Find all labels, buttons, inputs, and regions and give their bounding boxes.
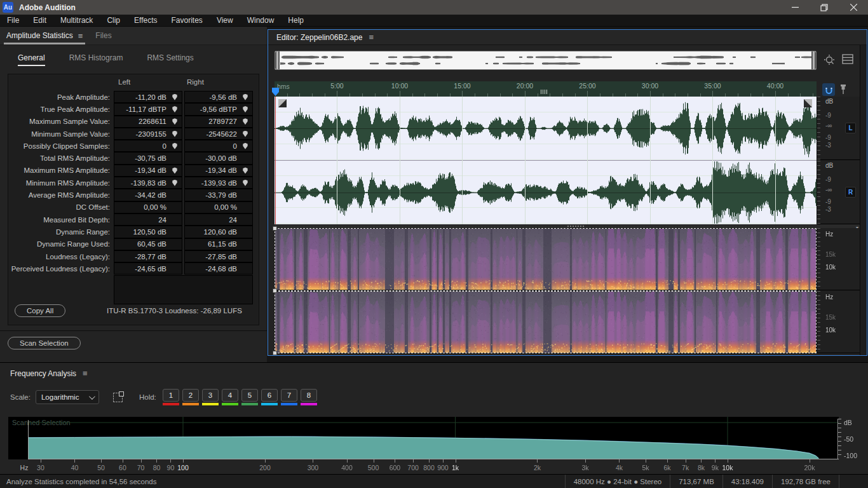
statistics-group-box: Left Right Peak Amplitude:-11,20 dB-9,56…: [8, 74, 259, 325]
stat-value: 120,60 dB: [204, 228, 237, 236]
fade-handle-right-icon[interactable]: [804, 99, 812, 107]
hold-button-7[interactable]: 7: [281, 389, 297, 405]
spectrogram-right-channel[interactable]: [275, 292, 816, 353]
frequency-ruler-section: Hz15k10k: [817, 291, 860, 353]
axis-label: 8k: [698, 464, 705, 471]
menu-help[interactable]: Help: [281, 15, 311, 26]
editor-menu-icon[interactable]: ≡: [369, 32, 374, 42]
playhead-marker[interactable]: [272, 88, 279, 96]
marker-pin-icon[interactable]: [839, 84, 847, 97]
channel-badge-l[interactable]: L: [845, 123, 856, 133]
splitter-grip-icon[interactable]: [567, 226, 584, 227]
stat-value-cell: -30,75 dB: [114, 152, 182, 164]
waveform-right-channel[interactable]: [275, 161, 817, 224]
menu-clip[interactable]: Clip: [100, 15, 127, 26]
stat-value: 0: [233, 142, 237, 150]
spectral-display[interactable]: [275, 228, 817, 353]
tab-general[interactable]: General: [18, 53, 45, 66]
stat-value-cell: 2789727: [184, 116, 253, 128]
ruler-label: -3: [825, 142, 831, 149]
location-pin-icon[interactable]: [172, 143, 177, 149]
axis-tick: [374, 459, 374, 463]
menu-favorites[interactable]: Favorites: [165, 15, 210, 26]
timeline-markers[interactable]: [541, 90, 547, 94]
chevron-down-icon: [89, 393, 95, 400]
location-pin-icon[interactable]: [172, 118, 177, 125]
menu-effects[interactable]: Effects: [127, 15, 164, 26]
frequency-panel-menu-icon[interactable]: ≡: [83, 369, 88, 378]
table-row: Loudness (Legacy):-28,77 dB-27,85 dB: [8, 250, 259, 262]
axis-label: 1k: [452, 464, 459, 471]
selection-handle[interactable]: [273, 226, 277, 231]
fade-handle-left-icon[interactable]: [278, 99, 287, 107]
overview-navigator[interactable]: [275, 51, 817, 70]
hold-button-3[interactable]: 3: [202, 389, 219, 405]
restore-button[interactable]: [810, 0, 839, 15]
overview-handle-left[interactable]: [275, 51, 280, 69]
minimize-button[interactable]: [780, 0, 810, 15]
location-pin-icon[interactable]: [243, 106, 248, 112]
table-row: Maximum Sample Value:22686112789727: [8, 116, 259, 128]
stat-value-cell: -24,68 dB: [184, 262, 253, 274]
menu-multitrack[interactable]: Multitrack: [53, 15, 100, 26]
channel-badge-r[interactable]: R: [845, 187, 856, 198]
menu-view[interactable]: View: [210, 15, 240, 26]
location-pin-icon[interactable]: [243, 131, 248, 137]
location-pin-icon[interactable]: [172, 167, 177, 173]
copy-all-button[interactable]: Copy All: [15, 304, 65, 317]
hold-button-2[interactable]: 2: [182, 389, 199, 405]
hold-button-8[interactable]: 8: [301, 389, 317, 405]
timeline-ruler[interactable]: hms 5:0010:0015:0020:0025:0030:0035:0040…: [275, 81, 817, 97]
editor-scrollbar[interactable]: [860, 45, 867, 355]
stat-label: Minimum Sample Value:: [8, 128, 110, 140]
track-list-icon[interactable]: [842, 54, 853, 66]
location-pin-icon[interactable]: [172, 94, 177, 100]
hold-button-4[interactable]: 4: [222, 389, 238, 405]
zoom-navigator-icon[interactable]: [824, 54, 836, 69]
close-button[interactable]: [839, 0, 868, 15]
hold-button-number: 2: [182, 389, 199, 402]
window-title: Adobe Audition: [19, 3, 76, 12]
menu-file[interactable]: File: [0, 15, 26, 26]
hold-button-1[interactable]: 1: [163, 389, 179, 405]
copy-graph-icon[interactable]: [113, 393, 123, 402]
axis-tick: [443, 459, 444, 463]
location-pin-icon[interactable]: [243, 180, 248, 186]
ruler-tick: [337, 91, 337, 97]
scale-dropdown[interactable]: Logarithmic: [36, 390, 99, 404]
selection-handle[interactable]: [273, 351, 277, 355]
timeline-label: 40:00: [767, 82, 783, 90]
menu-window[interactable]: Window: [240, 15, 281, 26]
panel-tab-files[interactable]: Files: [89, 27, 118, 44]
location-pin-icon[interactable]: [243, 94, 248, 100]
tab-rms-histogram[interactable]: RMS Histogram: [69, 53, 123, 66]
hold-button-5[interactable]: 5: [241, 389, 258, 405]
ruler-label: Hz: [825, 231, 833, 238]
hold-color-bar: [241, 403, 258, 405]
stat-value: 0,00 %: [144, 203, 166, 211]
table-row: Possibly Clipped Samples:00: [8, 140, 259, 152]
tab-rms-settings[interactable]: RMS Settings: [147, 53, 193, 66]
location-pin-icon[interactable]: [243, 167, 248, 173]
location-pin-icon[interactable]: [172, 180, 177, 186]
ruler-label: -9: [825, 198, 831, 205]
axis-tick: [183, 459, 184, 463]
waveform-left-channel[interactable]: [275, 97, 817, 159]
location-pin-icon[interactable]: [172, 106, 177, 112]
location-pin-icon[interactable]: [243, 118, 248, 125]
location-pin-icon[interactable]: [243, 143, 248, 149]
menu-edit[interactable]: Edit: [26, 15, 53, 26]
hold-button-6[interactable]: 6: [261, 389, 278, 405]
spectrogram-left-channel[interactable]: [275, 229, 816, 290]
snap-magnet-icon[interactable]: [822, 83, 835, 96]
panel-menu-icon[interactable]: ≡: [78, 31, 83, 41]
ruler-tick: [462, 91, 463, 97]
panel-tab-amplitude-statistics[interactable]: Amplitude Statistics≡: [0, 27, 89, 44]
axis-tick: [170, 459, 171, 463]
overview-handle-right[interactable]: [811, 51, 816, 69]
gridline: [462, 97, 463, 224]
waveform-display[interactable]: [275, 97, 817, 224]
scan-selection-button[interactable]: Scan Selection: [8, 337, 81, 349]
selection-handle[interactable]: [273, 288, 277, 293]
location-pin-icon[interactable]: [172, 131, 177, 137]
